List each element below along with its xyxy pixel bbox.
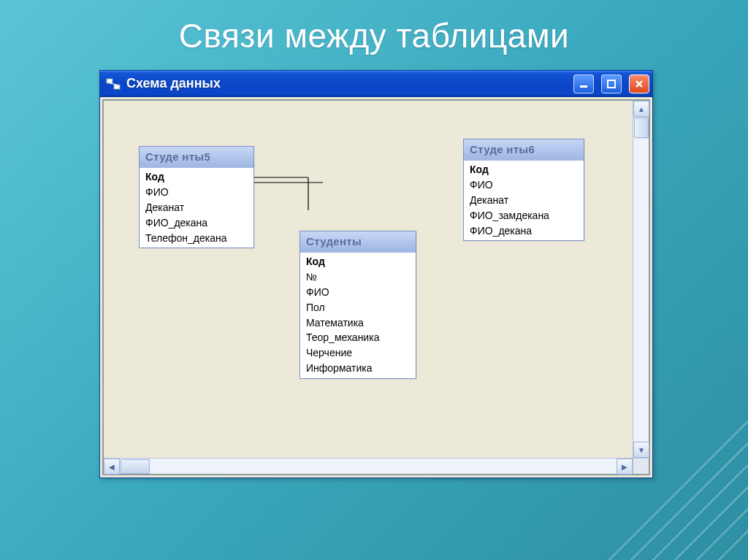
scroll-right-button[interactable]: ▶ xyxy=(617,459,633,475)
table-field[interactable]: Математика xyxy=(300,315,416,331)
table-field[interactable]: Деканат xyxy=(140,200,253,215)
window-schema: Схема данных Студе нты5 xyxy=(99,70,653,478)
table-field[interactable]: ФИО xyxy=(300,285,416,300)
scroll-track[interactable] xyxy=(150,459,617,474)
table-field[interactable]: Пол xyxy=(300,300,416,315)
table-header: Студе нты5 xyxy=(140,147,253,168)
minimize-button[interactable] xyxy=(573,74,594,93)
scroll-down-button[interactable]: ▼ xyxy=(633,442,649,458)
maximize-button[interactable] xyxy=(601,74,622,93)
svg-rect-4 xyxy=(608,80,615,88)
table-field[interactable]: ФИО_декана xyxy=(140,215,253,231)
close-button[interactable] xyxy=(629,74,649,93)
diagram-canvas[interactable]: Студе нты5 Код ФИО Деканат ФИО_декана Те… xyxy=(104,101,633,458)
scroll-track[interactable] xyxy=(633,139,649,442)
scroll-left-button[interactable]: ◀ xyxy=(104,459,120,475)
table-field[interactable]: Деканат xyxy=(464,193,584,208)
table-field[interactable]: Телефон_декана xyxy=(140,231,253,246)
table-field[interactable]: № xyxy=(300,269,416,285)
table-students[interactable]: Студенты Код № ФИО Пол Математика Теор_м… xyxy=(299,231,416,379)
scroll-corner xyxy=(633,458,649,474)
svg-line-18 xyxy=(638,450,748,560)
scroll-thumb[interactable] xyxy=(121,459,150,474)
svg-rect-1 xyxy=(114,85,120,89)
chevron-right-icon: ▶ xyxy=(622,463,627,471)
table-field[interactable]: ФИО xyxy=(464,177,584,193)
table-field[interactable]: ФИО_декана xyxy=(464,223,584,239)
svg-rect-3 xyxy=(580,85,587,88)
close-icon xyxy=(635,80,644,88)
table-header: Студе нты6 xyxy=(464,139,584,161)
client-area: Студе нты5 Код ФИО Деканат ФИО_декана Те… xyxy=(102,99,650,475)
table-field[interactable]: Код xyxy=(300,254,416,269)
chevron-left-icon: ◀ xyxy=(109,463,115,471)
table-field[interactable]: Информатика xyxy=(300,361,416,376)
vertical-scrollbar[interactable]: ▲ ▼ xyxy=(633,101,649,458)
scroll-up-button[interactable]: ▲ xyxy=(633,101,649,117)
titlebar[interactable]: Схема данных xyxy=(100,71,652,97)
page-title: Связи между таблицами xyxy=(0,0,748,55)
svg-line-2 xyxy=(110,83,117,85)
table-field[interactable]: Теор_механика xyxy=(300,330,416,345)
svg-rect-0 xyxy=(107,79,112,83)
minimize-icon xyxy=(579,80,588,88)
chevron-down-icon: ▼ xyxy=(638,446,645,454)
table-students5[interactable]: Студе нты5 Код ФИО Деканат ФИО_декана Те… xyxy=(139,146,254,248)
table-field[interactable]: Код xyxy=(140,169,253,185)
chevron-up-icon: ▲ xyxy=(638,105,645,113)
svg-line-19 xyxy=(660,472,748,560)
table-students6[interactable]: Студе нты6 Код ФИО Деканат ФИО_замдекана… xyxy=(463,139,584,241)
table-field[interactable]: Черчение xyxy=(300,345,416,361)
table-field[interactable]: ФИО xyxy=(140,185,253,200)
window-title: Схема данных xyxy=(126,76,221,91)
scroll-thumb[interactable] xyxy=(634,118,649,138)
table-field[interactable]: ФИО_замдекана xyxy=(464,208,584,223)
table-field[interactable]: Код xyxy=(464,162,584,177)
horizontal-scrollbar[interactable]: ◀ ▶ xyxy=(104,458,633,474)
app-icon xyxy=(106,77,121,91)
table-header: Студенты xyxy=(300,231,416,253)
maximize-icon xyxy=(607,80,616,88)
